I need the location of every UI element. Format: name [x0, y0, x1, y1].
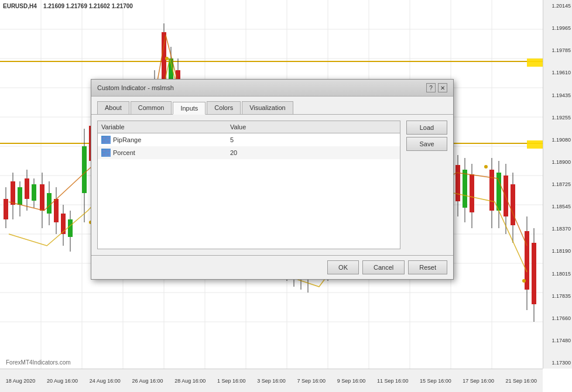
time-2: 20 Aug 16:00: [47, 378, 78, 384]
time-6: 1 Sep 16:00: [217, 378, 246, 384]
time-1: 18 Aug 2020: [6, 378, 36, 384]
time-5: 28 Aug 16:00: [174, 378, 205, 384]
svg-point-132: [165, 57, 169, 60]
ok-button[interactable]: OK: [327, 260, 359, 274]
time-4: 26 Aug 16:00: [132, 378, 163, 384]
time-13: 21 Sep 16:00: [506, 378, 537, 384]
price-1: 1.20145: [544, 3, 571, 9]
svg-rect-140: [107, 137, 109, 139]
price-16: 1.17480: [544, 338, 571, 343]
svg-rect-139: [102, 137, 105, 139]
dialog-footer: OK Cancel Reset: [91, 255, 453, 279]
dialog-help-button[interactable]: ?: [426, 83, 436, 92]
time-axis: 18 Aug 2020 20 Aug 16:00 24 Aug 16:00 26…: [0, 369, 543, 392]
price-15: 1.17660: [544, 315, 571, 321]
svg-rect-143: [102, 150, 105, 152]
svg-rect-44: [61, 214, 66, 234]
time-8: 7 Sep 16:00: [297, 378, 326, 384]
price-12: 1.18190: [544, 248, 571, 254]
dialog-right-buttons: Load Save: [406, 121, 447, 249]
svg-rect-28: [4, 199, 8, 219]
watermark: ForexMT4Indicators.com: [6, 359, 71, 366]
row-1-variable: PipRange: [113, 136, 230, 143]
svg-rect-25: [527, 59, 543, 67]
svg-rect-124: [504, 176, 508, 216]
svg-rect-120: [489, 170, 494, 211]
time-3: 24 Aug 16:00: [90, 378, 121, 384]
svg-point-137: [484, 165, 488, 169]
indicator-dialog: Custom Indicator - mslmsh ? ✕ About Comm…: [91, 79, 454, 280]
time-10: 11 Sep 16:00: [377, 378, 409, 384]
price-11: 1.18370: [544, 226, 571, 232]
price-14: 1.17835: [544, 293, 571, 299]
price-5: 1.19435: [544, 92, 571, 98]
svg-rect-40: [47, 193, 52, 214]
price-17: 1.17300: [544, 360, 571, 366]
svg-rect-34: [25, 178, 29, 199]
row-2-value: 20: [230, 149, 396, 156]
price-2: 1.19965: [544, 25, 571, 31]
price-10: 1.18545: [544, 204, 571, 209]
svg-rect-118: [470, 174, 474, 212]
cancel-button[interactable]: Cancel: [362, 260, 405, 274]
svg-rect-145: [102, 153, 105, 156]
chart-prices: 1.21609 1.21769 1.21602 1.21700: [43, 3, 133, 9]
time-7: 3 Sep 16:00: [257, 378, 286, 384]
svg-rect-116: [463, 170, 467, 208]
tab-inputs[interactable]: Inputs: [173, 102, 205, 115]
dialog-controls: ? ✕: [426, 83, 447, 92]
tab-visualization[interactable]: Visualization: [242, 101, 293, 114]
svg-rect-114: [455, 165, 460, 201]
svg-rect-144: [107, 150, 109, 152]
svg-rect-32: [18, 187, 22, 205]
price-9: 1.18725: [544, 181, 571, 187]
svg-rect-36: [32, 184, 36, 201]
svg-rect-26: [527, 140, 543, 149]
svg-rect-142: [107, 140, 109, 143]
col-variable-header: Variable: [101, 123, 230, 130]
price-6: 1.19255: [544, 115, 571, 121]
row-icon-2: [101, 149, 111, 157]
tab-common[interactable]: Common: [131, 101, 172, 114]
row-icon-1: [101, 136, 111, 144]
dialog-tabs: About Common Inputs Colors Visualization: [91, 97, 453, 115]
table-row[interactable]: Porcent 20: [98, 146, 400, 159]
dialog-close-button[interactable]: ✕: [438, 83, 447, 92]
inputs-table: Variable Value PipRange 5: [97, 121, 400, 249]
svg-rect-126: [511, 184, 515, 225]
time-12: 17 Sep 16:00: [463, 378, 494, 384]
col-value-header: Value: [230, 123, 396, 130]
time-9: 9 Sep 16:00: [337, 378, 366, 384]
price-3: 1.19785: [544, 47, 571, 53]
chart-symbol: EURUSD,H4: [3, 3, 37, 9]
dialog-title: Custom Indicator - mslmsh: [97, 84, 174, 91]
price-4: 1.19610: [544, 70, 571, 75]
table-header: Variable Value: [98, 121, 400, 133]
price-8: 1.18900: [544, 159, 571, 165]
svg-rect-146: [107, 153, 109, 156]
chart-header: EURUSD,H4 1.21609 1.21769 1.21602 1.2170…: [3, 3, 133, 9]
tab-colors[interactable]: Colors: [207, 101, 241, 114]
svg-rect-38: [40, 184, 44, 211]
svg-rect-46: [68, 219, 73, 237]
price-axis: 1.20145 1.19965 1.19785 1.19610 1.19435 …: [543, 0, 572, 369]
row-2-variable: Porcent: [113, 149, 230, 156]
svg-rect-141: [102, 140, 105, 143]
dialog-titlebar: Custom Indicator - mslmsh ? ✕: [91, 80, 453, 97]
tab-about[interactable]: About: [97, 101, 129, 114]
load-button[interactable]: Load: [406, 121, 447, 135]
svg-rect-48: [82, 146, 87, 193]
save-button[interactable]: Save: [406, 137, 447, 151]
table-row[interactable]: PipRange 5: [98, 133, 400, 146]
price-13: 1.18015: [544, 271, 571, 277]
time-11: 15 Sep 16:00: [420, 378, 451, 384]
reset-button[interactable]: Reset: [408, 260, 447, 274]
dialog-body: Variable Value PipRange 5: [91, 115, 453, 255]
svg-rect-30: [11, 181, 15, 205]
svg-point-138: [522, 279, 526, 283]
svg-rect-130: [532, 243, 536, 304]
svg-rect-42: [54, 199, 59, 222]
row-1-value: 5: [230, 136, 396, 143]
price-7: 1.19080: [544, 137, 571, 143]
